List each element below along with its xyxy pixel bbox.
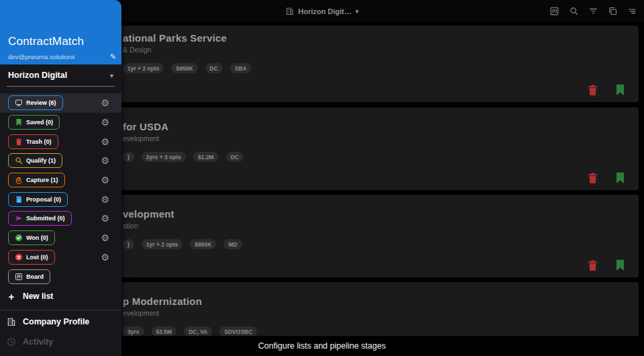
tag: DC, VA — [184, 326, 212, 337]
select-underline — [7, 86, 115, 87]
gear-icon[interactable]: ⚙ — [101, 175, 109, 185]
status-text: Configure lists and pipeline stages — [258, 341, 386, 351]
list-item-qualify[interactable]: Qualify (1) — [8, 153, 62, 168]
list-row-review: Review (6) ⚙ — [0, 93, 121, 113]
card-title: velopment — [123, 208, 639, 220]
company-profile-button[interactable]: Company Profile — [0, 313, 121, 330]
trash-button[interactable] — [586, 169, 599, 187]
card-subtitle: ation — [123, 222, 639, 230]
gear-icon[interactable]: ⚙ — [101, 156, 109, 165]
list-item-label: Saved (0) — [26, 119, 53, 126]
trash-icon — [15, 138, 23, 146]
tag: $1.2M — [193, 152, 219, 162]
workspace-dropdown[interactable]: Horizon Digit… ▾ — [286, 0, 359, 22]
lists-drawer: ContractMatch dev@pneuma.solutions ✎ Hor… — [0, 0, 121, 356]
list-item-board[interactable]: Board — [8, 269, 50, 284]
cards-stack-icon[interactable] — [606, 5, 619, 18]
document-icon — [15, 195, 23, 204]
tag: 3yrs — [123, 326, 144, 337]
chevron-down-icon: ▾ — [356, 8, 359, 15]
sort-icon[interactable] — [625, 5, 639, 18]
bookmark-icon — [15, 118, 23, 126]
list-item-won[interactable]: Won (0) — [8, 230, 55, 245]
tag-fragment: ) — [123, 239, 134, 249]
tag: 2yrs + 3 opts — [142, 152, 186, 162]
card-tags: ) 2yrs + 3 opts $1.2M DC — [123, 152, 639, 162]
board-icon — [15, 273, 23, 281]
list-item-label: Lost (0) — [26, 254, 48, 261]
new-list-button[interactable]: + New list — [0, 287, 121, 305]
edit-icon[interactable]: ✎ — [110, 52, 116, 61]
trash-button[interactable] — [586, 81, 599, 99]
magnifier-icon — [15, 157, 23, 165]
tag: $950K — [190, 239, 216, 249]
tag: MD — [223, 239, 241, 249]
card-subtitle: evelopment — [123, 134, 639, 142]
gear-icon[interactable]: ⚙ — [101, 195, 109, 204]
list-item-lost[interactable]: Lost (0) — [8, 250, 55, 265]
list-row-won: Won (0) ⚙ — [0, 228, 121, 248]
tag: $950K — [171, 63, 197, 73]
tag: SDVOSBC — [219, 326, 257, 337]
gear-icon[interactable]: ⚙ — [101, 118, 109, 127]
list-item-label: Board — [26, 273, 44, 280]
company-select-value: Horizon Digital — [8, 71, 110, 80]
board-view-icon[interactable] — [547, 5, 561, 18]
trash-button[interactable] — [586, 256, 599, 274]
tag: $3.5M — [152, 326, 177, 337]
account-email: dev@pneuma.solutions — [8, 53, 110, 60]
list-item-label: Qualify (1) — [26, 157, 56, 164]
card-title: p Modernization — [123, 296, 639, 307]
list-item-label: Won (0) — [26, 234, 48, 241]
gear-icon[interactable]: ⚙ — [101, 253, 109, 262]
list-row-proposal: Proposal (0) ⚙ — [0, 189, 121, 209]
workspace-dropdown-label: Horizon Digit… — [299, 7, 352, 15]
building-icon — [286, 7, 294, 15]
gear-icon[interactable]: ⚙ — [101, 137, 109, 146]
bookmark-button[interactable] — [613, 256, 627, 274]
chevron-down-icon: ▾ — [110, 72, 113, 79]
list-item-label: Capture (1) — [26, 177, 58, 183]
gear-icon[interactable]: ⚙ — [101, 233, 109, 242]
app-window: Horizon Digit… ▾ ational Parks Service — [0, 0, 644, 356]
list-row-capture: Capture (1) ⚙ — [0, 171, 121, 190]
filter-icon[interactable] — [586, 5, 600, 18]
search-icon[interactable] — [567, 5, 580, 18]
divider — [0, 310, 121, 310]
clock-icon — [0, 337, 23, 347]
activity-button[interactable]: Activity — [0, 333, 121, 351]
list-item-label: Review (6) — [26, 99, 56, 106]
list-row-submitted: Submitted (0) ⚙ — [0, 209, 121, 228]
tag: DC — [226, 152, 244, 162]
list-item-saved[interactable]: Saved (0) — [8, 115, 60, 130]
list-nav: Review (6) ⚙ Saved (0) ⚙ Tra — [0, 93, 121, 286]
card-subtitle: & Design — [123, 46, 639, 54]
company-profile-label: Company Profile — [23, 317, 89, 326]
topbar-actions — [547, 0, 639, 22]
bookmark-button[interactable] — [613, 169, 627, 187]
drawer-header: ContractMatch dev@pneuma.solutions ✎ — [0, 0, 121, 64]
list-row-saved: Saved (0) ⚙ — [0, 113, 121, 132]
send-icon — [15, 214, 23, 222]
list-row-lost: Lost (0) ⚙ — [0, 248, 121, 267]
list-item-capture[interactable]: Capture (1) — [8, 173, 65, 187]
card-tags: 1yr + 2 opts $950K DC SBA — [123, 63, 639, 73]
list-row-trash: Trash (0) ⚙ — [0, 132, 121, 151]
list-item-submitted[interactable]: Submitted (0) — [8, 211, 72, 226]
tag: SBA — [230, 63, 252, 73]
list-item-trash[interactable]: Trash (0) — [8, 134, 58, 149]
list-item-label: Submitted (0) — [26, 215, 65, 222]
gear-icon[interactable]: ⚙ — [101, 98, 109, 107]
plus-icon: + — [0, 291, 23, 302]
list-item-review[interactable]: Review (6) — [8, 95, 63, 110]
gear-icon[interactable]: ⚙ — [101, 214, 109, 223]
company-select[interactable]: Horizon Digital ▾ — [0, 64, 121, 86]
new-list-label: New list — [23, 292, 53, 301]
list-item-proposal[interactable]: Proposal (0) — [8, 192, 68, 207]
activity-label: Activity — [23, 337, 53, 347]
bookmark-button[interactable] — [613, 81, 627, 99]
card-tags: ) 1yr + 2 opts $950K MD — [123, 239, 639, 249]
monitor-icon — [15, 99, 23, 107]
card-subtitle: evelopment — [123, 309, 639, 317]
x-circle-icon — [15, 253, 23, 261]
